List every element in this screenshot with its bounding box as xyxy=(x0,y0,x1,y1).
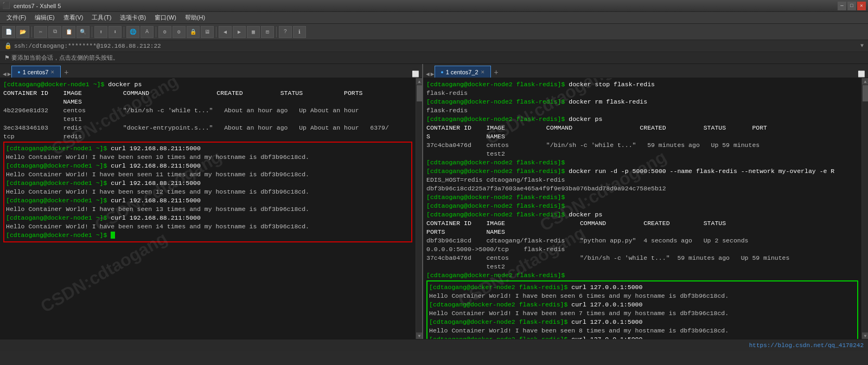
title-bar: ⬛ centos7 - Xshell 5 ─ □ ✕ xyxy=(0,0,868,12)
left-line-6: tcp redis xyxy=(3,132,412,141)
right-line-3: flask-redis xyxy=(426,106,858,115)
right-tab-add[interactable]: + xyxy=(491,67,502,78)
left-pane-tab-area: ◀ ▶ ● 1 centos7 ✕ + ⬜ xyxy=(0,64,422,78)
menu-tabs[interactable]: 选项卡(B) xyxy=(116,12,150,23)
tb-settings1[interactable]: ⚙ xyxy=(158,26,171,38)
tb-globe[interactable]: 🌐 xyxy=(126,26,139,38)
right-line-23: [cdtaogang@docker-node2 flask-redis]$ cu… xyxy=(429,283,856,292)
left-tab-prev[interactable]: ◀ xyxy=(3,71,7,78)
right-pane: ◀ ▶ ● 1 centos7_2 ✕ + ⬜ CSDN:cdtaogang C… xyxy=(423,64,868,339)
tb-download[interactable]: ⬇ xyxy=(108,26,122,38)
left-tab-label: 1 centos7 xyxy=(23,69,49,75)
lock-icon: 🔒 xyxy=(4,42,12,49)
right-pane-max[interactable]: ⬜ xyxy=(858,71,865,78)
tb-upload[interactable]: ⬆ xyxy=(94,26,107,38)
left-pane-content: CSDN:cdtaogang CSDN:cdtaogang CSDN:cdtao… xyxy=(0,78,422,339)
tb-lock[interactable]: 🔒 xyxy=(187,26,200,38)
right-tab-centos7-2[interactable]: ● 1 centos7_2 ✕ xyxy=(435,66,490,78)
tb-copy[interactable]: ⧉ xyxy=(48,26,61,38)
window-title: centos7 - Xshell 5 xyxy=(14,3,61,9)
right-scroll-track[interactable] xyxy=(862,85,868,332)
left-scrollbar[interactable]: ▲ ▼ xyxy=(416,78,422,339)
menu-edit[interactable]: 编辑(E) xyxy=(30,12,59,23)
red-highlight-box: [cdtaogang@docker-node1 ~]$ curl 192.168… xyxy=(3,142,412,242)
left-scroll-thumb[interactable] xyxy=(417,85,422,101)
tb-font[interactable]: A xyxy=(141,26,154,38)
left-line-12: Hello Container World! I have been seen … xyxy=(6,188,410,196)
left-line-10: Hello Container World! I have been seen … xyxy=(6,170,410,179)
left-line-14: Hello Container World! I have been seen … xyxy=(6,205,410,214)
left-line-3: 4b2296e81d32 centos "/bin/sh -c 'while t… xyxy=(3,106,412,115)
dropdown-icon[interactable]: ▼ xyxy=(860,43,864,49)
left-line-4: test1 xyxy=(3,115,412,124)
left-line-5: 3ec348346103 redis "docker-entrypoint.s.… xyxy=(3,124,412,132)
tb-new[interactable]: 📄 xyxy=(2,26,15,38)
left-scroll-down[interactable]: ▼ xyxy=(416,332,422,339)
tb-settings2[interactable]: ⚙ xyxy=(173,26,186,38)
right-line-6: S NAMES xyxy=(426,132,858,141)
right-terminal[interactable]: CSDN:cdtaogang CSDN:cdtaogang CSDN:cdtao… xyxy=(423,78,861,339)
menu-bar: 文件(F) 编辑(E) 查看(V) 工具(T) 选项卡(B) 窗口(W) 帮助(… xyxy=(0,12,868,24)
tb-open[interactable]: 📂 xyxy=(16,26,29,38)
right-line-15: [cdtaogang@docker-node2 flask-redis]$ do… xyxy=(426,210,858,219)
tb-paste[interactable]: 📋 xyxy=(62,26,75,38)
tb-grid[interactable]: ▦ xyxy=(247,26,260,38)
tb-monitor[interactable]: 🖥 xyxy=(201,26,214,38)
right-line-0: [cdtaogang@docker-node2 flask-redis]$ do… xyxy=(426,80,858,89)
menu-help[interactable]: 帮助(H) xyxy=(181,12,209,23)
left-tab-close[interactable]: ✕ xyxy=(50,69,55,75)
left-pane-max[interactable]: ⬜ xyxy=(412,71,419,78)
right-scroll-thumb[interactable] xyxy=(863,85,868,101)
right-scroll-down[interactable]: ▼ xyxy=(862,332,868,339)
right-line-16: CONTAINER ID IMAGE COMMAND CREATED STATU… xyxy=(426,219,858,228)
menu-file[interactable]: 文件(F) xyxy=(2,12,30,23)
right-tab-label: 1 centos7_2 xyxy=(446,69,478,75)
tb-arrow-left[interactable]: ◀ xyxy=(219,26,232,38)
right-line-9: [cdtaogang@docker-node2 flask-redis]$ xyxy=(426,158,858,167)
menu-view[interactable]: 查看(V) xyxy=(59,12,88,23)
menu-window[interactable]: 窗口(W) xyxy=(150,12,181,23)
watermark-left-3: CSDN:cdtaogang xyxy=(40,233,168,311)
right-pane-content: CSDN:cdtaogang CSDN:cdtaogang CSDN:cdtao… xyxy=(423,78,868,339)
left-tab-next[interactable]: ▶ xyxy=(8,71,11,78)
cursor xyxy=(111,232,115,239)
right-line-12: dbf3b96c18cd225a7f3a7603ae465a4f9f9e93ba… xyxy=(426,184,858,193)
toolbar: 📄 📂 ✂ ⧉ 📋 🔍 ⬆ ⬇ 🌐 A ⚙ ⚙ 🔒 🖥 ◀ ▶ ▦ ⊞ ? ℹ xyxy=(0,24,868,40)
hint-bar: ⚑ 要添加当前会话，点击左侧的箭头按钮。 xyxy=(0,52,868,64)
tb-split[interactable]: ⊞ xyxy=(261,26,274,38)
tb-arrow-right[interactable]: ▶ xyxy=(233,26,246,38)
tb-help[interactable]: ? xyxy=(279,26,292,38)
tb-info[interactable]: ℹ xyxy=(293,26,306,38)
right-line-13: [cdtaogang@docker-node2 flask-redis]$ xyxy=(426,193,858,202)
right-line-17: PORTS NAMES xyxy=(426,228,858,236)
left-scroll-track[interactable] xyxy=(416,85,422,332)
left-scroll-up[interactable]: ▲ xyxy=(416,78,422,85)
right-tab-close[interactable]: ✕ xyxy=(481,69,485,75)
left-pane: ◀ ▶ ● 1 centos7 ✕ + ⬜ CSDN:cdtaogang CSD… xyxy=(0,64,423,339)
maximize-button[interactable]: □ xyxy=(847,2,856,10)
left-line-8: Hello Container World! I have been seen … xyxy=(6,153,410,162)
right-tab-prev[interactable]: ◀ xyxy=(426,71,430,78)
menu-tools[interactable]: 工具(T) xyxy=(87,12,116,23)
left-line-15: [cdtaogang@docker-node1 ~]$ curl 192.168… xyxy=(6,214,410,222)
main-area: ◀ ▶ ● 1 centos7 ✕ + ⬜ CSDN:cdtaogang CSD… xyxy=(0,64,868,339)
left-tab-add[interactable]: + xyxy=(61,67,72,78)
tb-cut[interactable]: ✂ xyxy=(34,26,47,38)
right-line-10: [cdtaogang@docker-node2 flask-redis]$ do… xyxy=(426,167,858,176)
right-scroll-up[interactable]: ▲ xyxy=(862,78,868,85)
right-tab-icon: ● xyxy=(441,69,443,75)
left-tab-icon: ● xyxy=(17,69,20,75)
left-line-1: CONTAINER ID IMAGE COMMAND CREATED STATU… xyxy=(3,89,412,98)
close-button[interactable]: ✕ xyxy=(857,2,866,10)
right-line-29: [cdtaogang@docker-node2 flask-redis]$ cu… xyxy=(429,335,856,339)
right-line-19: 0.0.0.0:5000->5000/tcp flask-redis xyxy=(426,245,858,254)
left-tab-centos7[interactable]: ● 1 centos7 ✕ xyxy=(11,66,61,78)
left-terminal[interactable]: CSDN:cdtaogang CSDN:cdtaogang CSDN:cdtao… xyxy=(0,78,416,339)
right-tab-next[interactable]: ▶ xyxy=(431,71,435,78)
tb-find[interactable]: 🔍 xyxy=(76,26,90,38)
hint-text: ⚑ 要添加当前会话，点击左侧的箭头按钮。 xyxy=(4,54,119,62)
right-scrollbar[interactable]: ▲ ▼ xyxy=(861,78,868,339)
minimize-button[interactable]: ─ xyxy=(838,2,846,10)
left-line-0: [cdtaogang@docker-node1 ~]$ docker ps xyxy=(3,80,412,89)
right-line-14: [cdtaogang@docker-node2 flask-redis]$ xyxy=(426,202,858,210)
